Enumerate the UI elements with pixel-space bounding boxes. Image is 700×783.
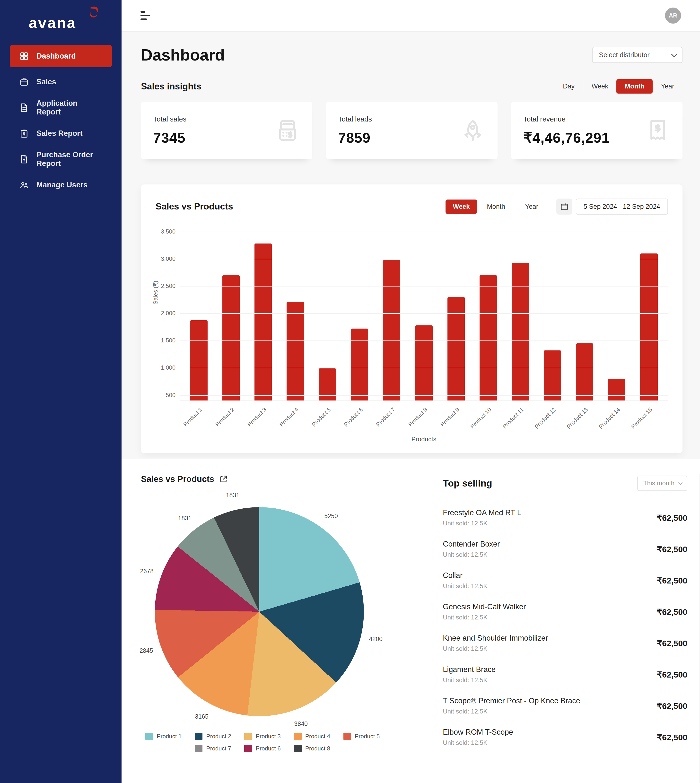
- legend-swatch: [195, 733, 202, 740]
- pie-value-label-product-2: 4200: [369, 635, 383, 643]
- stat-value: ₹4,46,76,291: [523, 130, 610, 146]
- bar-product-3[interactable]: [255, 243, 272, 400]
- product-name: Elbow ROM T-Scope: [443, 728, 513, 736]
- y-tick-label: 500: [166, 392, 175, 398]
- x-tick-label: Product 14: [598, 406, 622, 430]
- legend-item-product-5: Product 5: [343, 733, 380, 740]
- top-selling-item[interactable]: Contender Boxer Unit sold: 12.5K ₹62,500: [443, 533, 687, 565]
- calendar-icon: [560, 202, 568, 211]
- sidebar-item-label: Sales: [37, 78, 56, 86]
- gridline: [180, 286, 668, 287]
- product-price: ₹62,500: [657, 638, 687, 648]
- bar-product-5[interactable]: [318, 368, 336, 400]
- pie-panel-header: Sales vs Products: [141, 474, 408, 484]
- grid-icon: [19, 51, 29, 61]
- bar-product-2[interactable]: [222, 275, 240, 400]
- product-price: ₹62,500: [657, 576, 687, 585]
- gridline: [180, 395, 668, 396]
- bar-product-7[interactable]: [383, 260, 400, 400]
- distributor-select[interactable]: Select distributor: [592, 47, 682, 63]
- stat-value: 7345: [153, 130, 187, 146]
- sidebar-item-dashboard[interactable]: Dashboard: [10, 45, 112, 67]
- sidebar-item-application-report[interactable]: Application Report: [10, 97, 112, 119]
- legend-swatch: [343, 733, 351, 740]
- pie-chart: 52504200384031652845267818311831: [141, 491, 384, 724]
- app-root: avana Dashboard Sales Application Report…: [0, 0, 700, 783]
- x-tick: Product 8: [408, 400, 440, 437]
- bar-product-6[interactable]: [351, 328, 368, 400]
- top-selling-item[interactable]: Collar Unit sold: 12.5K ₹62,500: [443, 565, 687, 596]
- sales-insights-title: Sales insights: [141, 82, 202, 92]
- top-selling-item[interactable]: Genesis Mid-Calf Walker Unit sold: 12.5K…: [443, 596, 687, 628]
- pie-circle: [155, 507, 364, 716]
- tab-separator: [515, 202, 515, 211]
- bar-column-3: [247, 232, 279, 400]
- bar-product-1[interactable]: [190, 320, 207, 400]
- bar-product-11[interactable]: [512, 263, 529, 400]
- bar-column-8: [408, 232, 440, 400]
- hamburger-menu-icon[interactable]: [140, 11, 150, 20]
- sidebar-item-sales[interactable]: Sales: [10, 71, 112, 93]
- bar-chart-tab-month[interactable]: Month: [480, 200, 512, 214]
- sales-vs-products-bar-card: Sales vs Products WeekMonthYear 5 Sep 20…: [141, 185, 682, 453]
- sidebar-item-purchase-order-report[interactable]: Purchase Order Report: [10, 148, 112, 170]
- bar-product-13[interactable]: [576, 343, 593, 400]
- top-selling-item[interactable]: Freestyle OA Med RT L Unit sold: 12.5K ₹…: [443, 502, 687, 533]
- sidebar: avana Dashboard Sales Application Report…: [0, 0, 122, 783]
- sales-insights-row: Sales insights DayWeekMonthYear: [141, 79, 682, 93]
- stat-card-total-sales: Total sales 7345: [141, 102, 312, 159]
- sales-vs-products-pie-panel: Sales vs Products 5250420038403165284526…: [141, 474, 408, 783]
- bar-card-title: Sales vs Products: [155, 202, 233, 212]
- sidebar-item-sales-report[interactable]: Sales Report: [10, 122, 112, 145]
- product-units: Unit sold: 12.5K: [443, 676, 496, 684]
- avatar[interactable]: AR: [665, 8, 681, 23]
- product-units: Unit sold: 12.5K: [443, 645, 548, 653]
- calendar-button[interactable]: [557, 198, 572, 215]
- x-tick-label: Product 8: [407, 406, 428, 428]
- bar-product-8[interactable]: [415, 325, 432, 400]
- bar-chart-x-axis: Product 1Product 2Product 3Product 4Prod…: [180, 400, 668, 437]
- bar-product-4[interactable]: [287, 302, 304, 400]
- stat-text: Total leads 7859: [338, 115, 372, 146]
- bar-chart-y-axis-title: Sales (₹): [152, 281, 159, 305]
- product-price: ₹62,500: [657, 607, 687, 617]
- top-selling-item[interactable]: T Scope® Premier Post - Op Knee Brace Un…: [443, 690, 687, 721]
- sidebar-item-manage-users[interactable]: Manage Users: [10, 174, 112, 196]
- stat-label: Total leads: [338, 115, 372, 123]
- bar-column-10: [472, 232, 504, 400]
- top-selling-filter[interactable]: This month: [637, 476, 687, 491]
- x-tick-label: Product 3: [246, 406, 268, 428]
- pie-value-label-product-4: 3165: [195, 713, 208, 720]
- top-selling-item[interactable]: Elbow ROM T-Scope Unit sold: 12.5K ₹62,5…: [443, 721, 687, 753]
- legend-label: Product 8: [305, 745, 330, 752]
- product-units: Unit sold: 12.5K: [443, 614, 526, 621]
- bar-product-9[interactable]: [447, 297, 465, 400]
- top-selling-item[interactable]: Ligament Brace Unit sold: 12.5K ₹62,500: [443, 659, 687, 690]
- product-name: Genesis Mid-Calf Walker: [443, 602, 526, 611]
- chevron-down-icon: [678, 480, 682, 485]
- bar-product-10[interactable]: [480, 275, 497, 400]
- receipt-icon: [645, 118, 670, 143]
- brand-logo-text: avana: [29, 14, 76, 31]
- external-link-icon[interactable]: [219, 475, 228, 483]
- bar-column-12: [537, 232, 568, 400]
- bar-product-14[interactable]: [608, 379, 625, 400]
- legend-item-product-8: Product 8: [294, 745, 330, 752]
- insights-tab-year[interactable]: Year: [653, 79, 682, 93]
- bar-product-12[interactable]: [544, 350, 561, 400]
- pie-value-label-product-8: 1831: [226, 491, 240, 499]
- top-selling-item[interactable]: Knee and Shoulder Immobilizer Unit sold:…: [443, 628, 687, 659]
- insights-tab-month[interactable]: Month: [617, 79, 653, 93]
- insights-tab-day[interactable]: Day: [555, 79, 583, 93]
- product-name: Knee and Shoulder Immobilizer: [443, 634, 548, 643]
- stat-card-total-leads: Total leads 7859: [326, 102, 497, 159]
- legend-swatch: [294, 745, 302, 752]
- brand-flame-icon: [84, 4, 103, 24]
- insights-tab-week[interactable]: Week: [583, 79, 617, 93]
- date-range-input[interactable]: 5 Sep 2024 - 12 Sep 2024: [576, 198, 668, 215]
- bar-chart-tab-year[interactable]: Year: [518, 200, 546, 214]
- sidebar-item-label: Sales Report: [37, 129, 83, 138]
- bar-product-15[interactable]: [640, 253, 657, 400]
- bar-chart-tab-week[interactable]: Week: [445, 200, 477, 214]
- bar-period-tabs: WeekMonthYear: [445, 200, 546, 214]
